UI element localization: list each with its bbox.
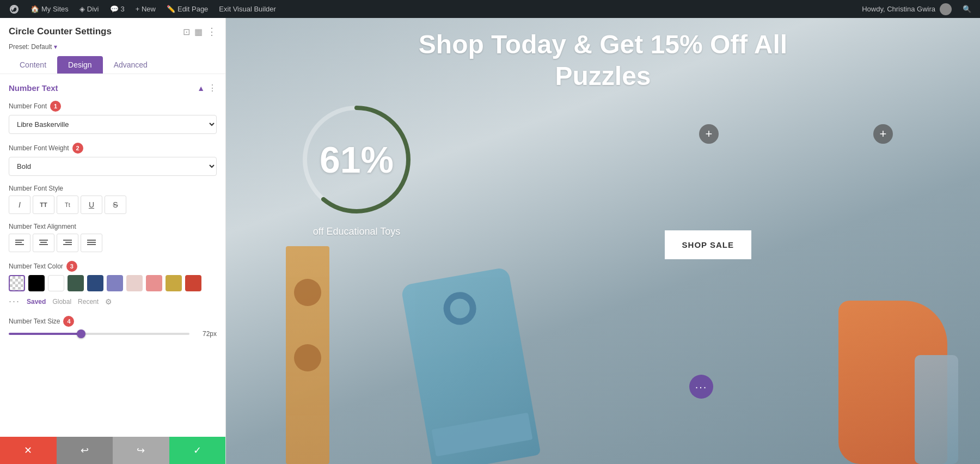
weight-badge: 2 [72,143,83,154]
color-swatch-transparent[interactable] [9,275,25,291]
panel-title-row: Circle Counter Settings ⊡ ▦ ⋮ [9,26,217,38]
size-slider-value: 72px [195,330,217,338]
more-icon[interactable]: ⋮ [207,26,217,38]
color-swatch-black[interactable] [28,275,45,291]
add-section-button-2[interactable]: + [873,124,893,144]
panel-header: Circle Counter Settings ⊡ ▦ ⋮ Preset: De… [0,18,225,74]
color-badge: 3 [66,261,77,272]
redo-button[interactable]: ↪ [113,437,169,464]
circle-counter: 61% [297,100,416,219]
undo-icon: ↩ [81,444,89,456]
color-tab-recent[interactable]: Recent [78,298,99,306]
italic-button[interactable]: I [9,196,30,214]
svg-rect-11 [87,240,96,241]
number-text-size-label: Number Text Size 4 [9,316,217,327]
tab-design[interactable]: Design [57,56,103,74]
main-content: Circle Counter Settings ⊡ ▦ ⋮ Preset: De… [0,18,980,464]
panel-preset: Preset: Default ▾ [9,43,217,51]
align-right-button[interactable] [57,234,78,252]
capitalize-button[interactable]: Tt [57,196,78,214]
wordpress-icon [9,4,20,15]
preset-chevron-icon: ▾ [54,43,57,51]
svg-rect-9 [65,242,72,243]
shop-sale-button[interactable]: SHOP SALE [665,230,751,259]
size-slider-thumb[interactable] [77,329,85,338]
number-text-alignment-group: Number Text Alignment [9,223,217,252]
section-collapse-icon[interactable]: ▲ [197,84,205,93]
color-swatch-navy[interactable] [87,275,103,291]
tab-content[interactable]: Content [9,56,57,74]
cancel-button[interactable]: ✕ [0,437,57,464]
comments-button[interactable]: 💬 3 [106,0,129,18]
undo-button[interactable]: ↩ [57,437,113,464]
save-icon: ✓ [193,444,201,456]
new-button[interactable]: + New [131,0,160,18]
color-swatch-red-orange[interactable] [185,275,201,291]
svg-rect-6 [40,242,47,243]
exit-builder-button[interactable]: Exit Visual Builder [215,0,280,18]
number-font-style-group: Number Font Style I TT Tt U S [9,185,217,214]
heading-line2: Puzzles [555,62,651,90]
number-font-style-label: Number Font Style [9,185,217,192]
svg-rect-5 [39,240,48,241]
font-badge: 1 [50,101,61,112]
columns-icon[interactable]: ▦ [194,27,203,37]
svg-rect-2 [15,240,24,241]
align-left-button[interactable] [9,234,30,252]
color-tabs-row: ··· Saved Global Recent ⚙ [9,296,217,307]
minimize-icon[interactable]: ⊡ [183,27,190,37]
purple-menu-button[interactable]: ··· [689,375,713,399]
svg-rect-7 [39,244,48,245]
section-title-text: Number Text [9,83,58,93]
add-section-button-1[interactable]: + [699,124,719,144]
divi-label: Divi [87,5,99,13]
search-admin-button[interactable]: 🔍 [958,5,976,13]
preview-area: Shop Today & Get 15% Off All Puzzles 61%… [226,18,980,464]
alignment-buttons [9,234,217,252]
color-swatch-lavender[interactable] [107,275,123,291]
color-swatch-white[interactable] [48,275,64,291]
comment-icon: 💬 [110,5,119,13]
size-badge: 4 [63,316,74,327]
panel-title: Circle Counter Settings [9,26,112,37]
color-swatch-dark-green[interactable] [68,275,84,291]
underline-button[interactable]: U [81,196,102,214]
number-font-weight-select[interactable]: Bold Normal Light Medium Semi Bold Extra… [9,157,217,176]
howdy-button[interactable]: Howdy, Christina Gwira [857,3,956,15]
color-swatch-light-pink[interactable] [126,275,143,291]
howdy-label: Howdy, Christina Gwira [862,5,935,13]
color-swatch-pink[interactable] [146,275,162,291]
section-title-icons: ▲ ⋮ [197,83,217,93]
my-sites-button[interactable]: 🏠 My Sites [26,0,73,18]
number-font-weight-group: Number Font Weight 2 Bold Normal Light M… [9,143,217,176]
cancel-icon: ✕ [24,444,32,456]
number-font-label: Number Font 1 [9,101,217,112]
divi-button[interactable]: ◈ Divi [75,0,103,18]
svg-rect-8 [63,240,72,241]
color-swatch-gold[interactable] [166,275,182,291]
edit-page-button[interactable]: ✏️ Edit Page [162,0,212,18]
size-slider-track[interactable] [9,333,189,335]
number-font-select[interactable]: Libre Baskerville Arial Georgia Times Ne… [9,115,217,134]
tab-advanced[interactable]: Advanced [103,56,158,74]
align-center-button[interactable] [33,234,54,252]
color-settings-icon[interactable]: ⚙ [105,297,112,306]
color-more-button[interactable]: ··· [9,296,20,307]
panel-body: Number Text ▲ ⋮ Number Font 1 Libre Bask… [0,74,225,437]
color-tab-global[interactable]: Global [52,298,71,306]
size-slider-row: 72px [9,330,217,338]
svg-rect-4 [15,244,24,245]
home-icon: 🏠 [30,5,39,13]
number-text-alignment-label: Number Text Alignment [9,223,217,230]
strikethrough-button[interactable]: S [105,196,126,214]
my-sites-label: My Sites [41,5,69,13]
section-menu-icon[interactable]: ⋮ [208,83,217,93]
color-tab-saved[interactable]: Saved [27,298,46,306]
number-text-size-group: Number Text Size 4 72px [9,316,217,338]
new-label: + New [136,5,156,13]
uppercase-button[interactable]: TT [33,196,54,214]
save-button[interactable]: ✓ [169,437,226,464]
wp-logo-button[interactable] [4,0,24,18]
align-justify-button[interactable] [81,234,102,252]
divi-icon: ◈ [79,5,85,13]
